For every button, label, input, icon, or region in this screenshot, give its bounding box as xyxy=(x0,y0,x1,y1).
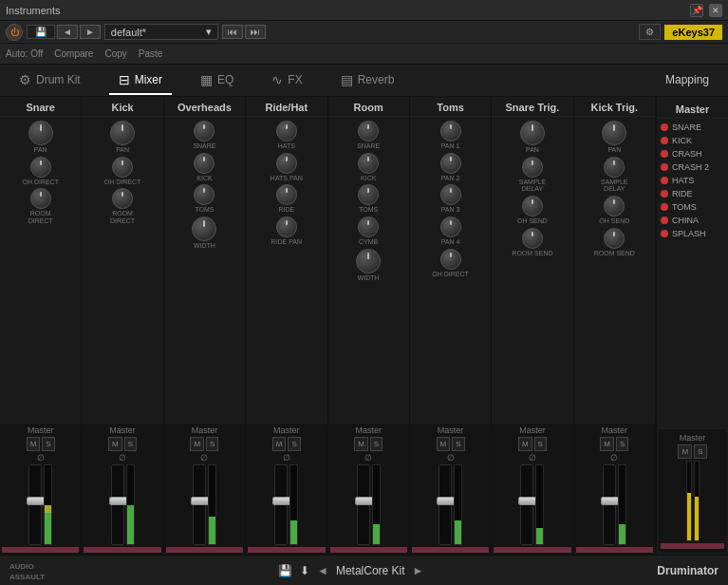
kick-oh-direct-knob[interactable] xyxy=(112,157,133,178)
room-fader[interactable] xyxy=(357,464,370,545)
kick-mute-button[interactable]: M xyxy=(108,437,122,451)
routing-china: CHINA xyxy=(661,216,724,225)
preset-selector[interactable]: default* ▾ xyxy=(104,24,218,40)
master-solo-button[interactable]: S xyxy=(694,444,706,459)
st-oh-send-knob[interactable] xyxy=(522,196,543,217)
room-phase-button[interactable]: ∅ xyxy=(364,453,372,462)
st-room-send-knob[interactable] xyxy=(522,228,543,249)
snare-fader-thumb[interactable] xyxy=(27,497,46,505)
prev-kit-button[interactable]: ◄ xyxy=(317,564,328,577)
oh-fader-thumb[interactable] xyxy=(191,497,210,505)
st-fader-thumb[interactable] xyxy=(518,497,537,505)
snare-phase-button[interactable]: ∅ xyxy=(37,453,45,462)
snare-mute-button[interactable]: M xyxy=(27,437,41,451)
rh-fader-thumb[interactable] xyxy=(272,497,291,505)
paste-button[interactable]: Paste xyxy=(139,48,163,59)
next-kit-button[interactable]: ► xyxy=(413,564,424,577)
compare-button[interactable]: Compare xyxy=(54,48,93,59)
copy-button[interactable]: Copy xyxy=(104,48,126,59)
kick-room-direct-knob[interactable] xyxy=(112,188,133,209)
rh-mute-button[interactable]: M xyxy=(272,437,287,451)
snare-room-direct-knob[interactable] xyxy=(30,188,51,209)
room-fader-thumb[interactable] xyxy=(355,497,374,505)
power-button[interactable]: ⏻ xyxy=(6,24,23,41)
oh-fader[interactable] xyxy=(193,464,206,545)
kick-fader[interactable] xyxy=(111,464,124,545)
tab-eq[interactable]: ▦ EQ xyxy=(191,66,243,95)
tab-mapping[interactable]: Mapping xyxy=(656,67,719,94)
toms-fader-thumb[interactable] xyxy=(437,497,456,505)
skip-fwd-button[interactable]: ⏭ xyxy=(245,25,266,39)
prev-preset-button[interactable]: ◄ xyxy=(57,25,78,39)
save-kit-icon[interactable]: 💾 xyxy=(278,564,292,577)
hat-hats-pan-knob[interactable] xyxy=(276,153,297,174)
room-snare-knob[interactable] xyxy=(358,121,379,142)
kick-fader-thumb[interactable] xyxy=(109,497,128,505)
kt-oh-send-knob[interactable] xyxy=(604,196,625,217)
oh-kick-knob[interactable] xyxy=(194,153,215,174)
st-sample-delay-knob[interactable] xyxy=(522,157,543,178)
save-button[interactable]: 💾 xyxy=(27,25,55,39)
oh-width-knob[interactable] xyxy=(192,217,216,241)
hat-hats-knob[interactable] xyxy=(276,121,297,142)
close-button[interactable]: ✕ xyxy=(709,4,722,17)
toms-pan3-label: PAN 3 xyxy=(441,206,460,214)
tab-fx[interactable]: ∿ FX xyxy=(262,66,311,95)
auto-off-label[interactable]: Auto: Off xyxy=(6,48,43,59)
room-toms-knob[interactable] xyxy=(358,184,379,205)
toms-oh-knob[interactable] xyxy=(440,249,461,270)
next-preset-button[interactable]: ► xyxy=(80,25,101,39)
kt-sample-delay-knob[interactable] xyxy=(604,157,625,178)
snare-fader[interactable] xyxy=(28,464,42,545)
snare-pan-knob[interactable] xyxy=(28,121,53,145)
tab-reverb[interactable]: ▤ Reverb xyxy=(331,66,404,95)
kt-mute-button[interactable]: M xyxy=(600,437,614,451)
hat-ride-knob[interactable] xyxy=(276,184,297,205)
st-fader[interactable] xyxy=(520,464,533,545)
toms-phase-button[interactable]: ∅ xyxy=(447,453,455,462)
tab-drum-kit[interactable]: ⚙ Drum Kit xyxy=(9,66,90,95)
room-cymb-knob[interactable] xyxy=(358,217,379,237)
snare-solo-button[interactable]: S xyxy=(42,437,54,451)
kick-pan-knob[interactable] xyxy=(110,121,135,145)
snare-oh-direct-knob[interactable] xyxy=(30,157,51,178)
st-solo-button[interactable]: S xyxy=(534,437,547,451)
kt-fader-thumb[interactable] xyxy=(601,497,620,505)
pin-button[interactable]: 📌 xyxy=(690,4,703,17)
kt-fader[interactable] xyxy=(603,464,616,545)
kt-pan-knob[interactable] xyxy=(602,121,626,145)
st-pan-knob[interactable] xyxy=(520,121,545,145)
st-mute-button[interactable]: M xyxy=(518,437,532,451)
toms-pan1-knob[interactable] xyxy=(440,121,461,142)
toms-solo-button[interactable]: S xyxy=(452,437,464,451)
room-solo-button[interactable]: S xyxy=(370,437,383,451)
kt-room-send-knob[interactable] xyxy=(604,228,625,249)
room-mute-button[interactable]: M xyxy=(354,437,368,451)
toms-mute-button[interactable]: M xyxy=(437,437,451,451)
tab-mixer[interactable]: ⊟ Mixer xyxy=(109,66,172,95)
settings-button[interactable]: ⚙ xyxy=(639,24,661,40)
oh-mute-button[interactable]: M xyxy=(190,437,204,451)
toms-pan2-knob[interactable] xyxy=(440,153,461,174)
oh-snare-knob[interactable] xyxy=(194,121,215,142)
toms-pan4-knob[interactable] xyxy=(440,217,461,237)
st-phase-button[interactable]: ∅ xyxy=(529,453,536,462)
skip-back-button[interactable]: ⏮ xyxy=(222,25,243,39)
rh-fader[interactable] xyxy=(274,464,288,545)
hat-ride-pan-knob[interactable] xyxy=(276,217,297,237)
room-width-knob[interactable] xyxy=(356,249,381,274)
kt-solo-button[interactable]: S xyxy=(616,437,628,451)
master-mute-button[interactable]: M xyxy=(678,444,692,459)
oh-solo-button[interactable]: S xyxy=(206,437,218,451)
rh-solo-button[interactable]: S xyxy=(288,437,300,451)
oh-phase-button[interactable]: ∅ xyxy=(200,453,208,462)
kt-phase-button[interactable]: ∅ xyxy=(610,453,618,462)
room-kick-knob[interactable] xyxy=(358,153,379,174)
kick-solo-button[interactable]: S xyxy=(124,437,137,451)
oh-toms-knob[interactable] xyxy=(194,184,215,205)
toms-fader[interactable] xyxy=(439,464,452,545)
toms-pan3-knob[interactable] xyxy=(440,184,461,205)
kick-phase-button[interactable]: ∅ xyxy=(119,453,126,462)
rh-phase-button[interactable]: ∅ xyxy=(283,453,290,462)
download-icon[interactable]: ⬇ xyxy=(300,564,309,577)
